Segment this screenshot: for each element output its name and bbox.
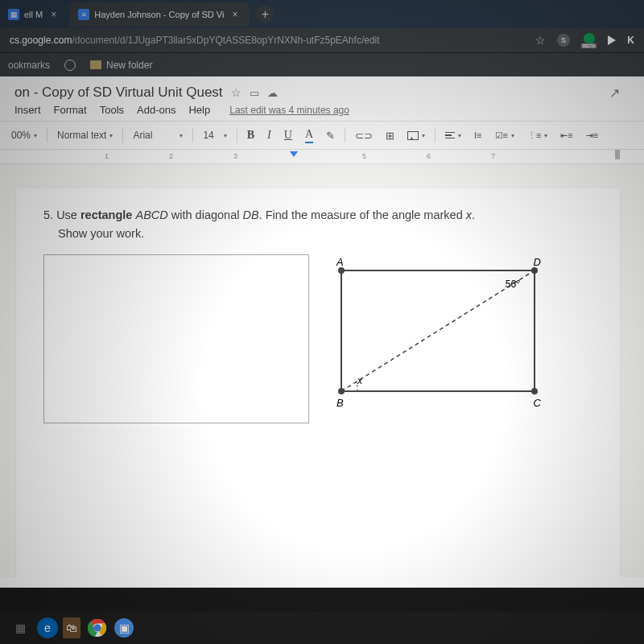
angle-x: x <box>357 375 362 386</box>
windows-taskbar: ▦ e 🛍 ▣ <box>0 612 644 644</box>
doc-header: on - Copy of SD Virtual Unit Quest ☆ ▭ ☁… <box>0 76 644 104</box>
add-comment-button[interactable]: ⊞ <box>382 128 398 143</box>
problem-text: 5. Use rectangle ABCD with diagonal DB. … <box>43 206 592 243</box>
indent-decrease-button[interactable]: ⇤≡ <box>557 129 576 142</box>
vertex-A: A <box>336 256 344 268</box>
chevron-down-icon: ▾ <box>34 132 37 139</box>
star-icon[interactable]: ☆ <box>535 34 546 47</box>
move-icon[interactable]: ▭ <box>250 87 259 99</box>
vertex-B: B <box>336 397 344 409</box>
chevron-down-icon: ▾ <box>422 132 425 139</box>
chevron-down-icon: ▾ <box>180 132 183 139</box>
folder-icon <box>90 60 101 69</box>
tab-favicon: ▦ <box>8 9 19 20</box>
tab-label: ell M <box>24 10 43 19</box>
bookmark-globe[interactable] <box>64 60 76 71</box>
style-dropdown[interactable]: Normal text▾ <box>54 128 116 142</box>
svg-point-7 <box>94 625 101 632</box>
globe-icon <box>64 60 76 71</box>
formatting-toolbar: 00%▾ Normal text▾ Arial▾ 14▾ B I U A ✎ ⊂… <box>0 121 644 150</box>
svg-point-4 <box>531 388 538 394</box>
checklist-button[interactable]: ☑≡▾ <box>492 129 518 142</box>
chevron-down-icon: ▾ <box>109 132 113 139</box>
ruler-indent-marker[interactable] <box>290 151 298 157</box>
answer-work-box[interactable] <box>43 254 309 423</box>
extension-s-icon[interactable]: S <box>557 34 570 47</box>
url-host: cs.google.com <box>10 35 72 46</box>
indent-increase-button[interactable]: ⇥≡ <box>583 129 601 142</box>
last-edit-link[interactable]: Last edit was 4 minutes ago <box>229 105 349 116</box>
vertex-D: D <box>534 256 541 268</box>
new-tab-button[interactable]: + <box>256 6 274 23</box>
taskbar-edge-icon[interactable]: e <box>37 617 58 638</box>
url-path: /document/d/1JUgaPT3llar5xDpYQtASSE8opYr… <box>72 35 379 46</box>
svg-point-1 <box>338 267 345 274</box>
angle-56: 56° <box>506 279 520 290</box>
menu-addons[interactable]: Add-ons <box>137 104 175 116</box>
right-letter-k: K <box>627 35 634 46</box>
taskbar-store-icon[interactable]: 🛍 <box>63 617 80 638</box>
document-page: 5. Use rectangle ABCD with diagonal DB. … <box>16 188 620 577</box>
close-icon[interactable]: × <box>232 10 242 19</box>
chevron-down-icon: ▾ <box>458 132 461 139</box>
ruler-right-stop[interactable] <box>615 150 620 159</box>
bullet-list-button[interactable]: ⋮≡▾ <box>524 129 551 142</box>
geometry-figure: A D B C 56° x <box>325 254 551 415</box>
text-color-button[interactable]: A <box>302 126 316 145</box>
bookmarks-bar: ookmarks New folder <box>0 52 644 76</box>
taskbar-meet-icon[interactable]: ▣ <box>114 618 134 638</box>
bold-button[interactable]: B <box>244 127 258 143</box>
horizontal-ruler[interactable]: 1 2 3 5 6 7 <box>0 150 644 164</box>
vertex-C: C <box>534 397 541 409</box>
doc-title[interactable]: on - Copy of SD Virtual Unit Quest <box>14 85 223 101</box>
tab-label: Hayden Johnson - Copy of SD Vi <box>94 10 224 19</box>
chevron-down-icon: ▾ <box>224 132 227 139</box>
browser-tab-strip: ▦ ell M × ≡ Hayden Johnson - Copy of SD … <box>0 0 644 28</box>
bookmarks-label[interactable]: ookmarks <box>8 60 50 71</box>
address-bar[interactable]: cs.google.com/document/d/1JUgaPT3llar5xD… <box>0 28 644 52</box>
menu-tools[interactable]: Tools <box>100 104 124 116</box>
taskbar-chrome-icon[interactable] <box>85 616 109 640</box>
activity-icon[interactable]: ↗ <box>609 85 620 101</box>
insert-link-button[interactable]: ⊂⊃ <box>352 128 376 143</box>
star-icon[interactable]: ☆ <box>231 86 242 99</box>
taskbar-unknown-icon[interactable]: ▦ <box>8 616 32 640</box>
play-icon[interactable] <box>608 35 616 45</box>
menu-bar: Insert Format Tools Add-ons Help Last ed… <box>0 104 644 121</box>
document-canvas[interactable]: 5. Use rectangle ABCD with diagonal DB. … <box>0 164 644 577</box>
line-spacing-button[interactable]: I≡ <box>471 129 485 142</box>
google-docs-app: on - Copy of SD Virtual Unit Quest ☆ ▭ ☁… <box>0 76 644 588</box>
browser-tab-active[interactable]: ≡ Hayden Johnson - Copy of SD Vi × <box>70 2 250 27</box>
align-button[interactable]: ▾ <box>442 130 464 141</box>
close-icon[interactable]: × <box>51 10 60 19</box>
font-size-dropdown[interactable]: 14▾ <box>200 128 229 142</box>
bookmark-new-folder[interactable]: New folder <box>90 60 152 71</box>
font-dropdown[interactable]: Arial▾ <box>130 128 186 142</box>
menu-insert[interactable]: Insert <box>14 104 41 116</box>
tab-favicon: ≡ <box>78 9 89 20</box>
insert-image-button[interactable]: ▾ <box>404 130 428 142</box>
italic-button[interactable]: I <box>264 127 275 143</box>
highlight-button[interactable]: ✎ <box>323 128 338 143</box>
browser-tab-inactive[interactable]: ▦ ell M × <box>0 2 68 27</box>
zoom-dropdown[interactable]: 00%▾ <box>8 128 40 142</box>
menu-help[interactable]: Help <box>188 104 210 116</box>
cloud-icon[interactable]: ☁ <box>267 87 278 99</box>
underline-button[interactable]: U <box>281 127 295 143</box>
menu-format[interactable]: Format <box>54 104 87 116</box>
extension-beta-icon[interactable]: BETA <box>581 33 597 48</box>
